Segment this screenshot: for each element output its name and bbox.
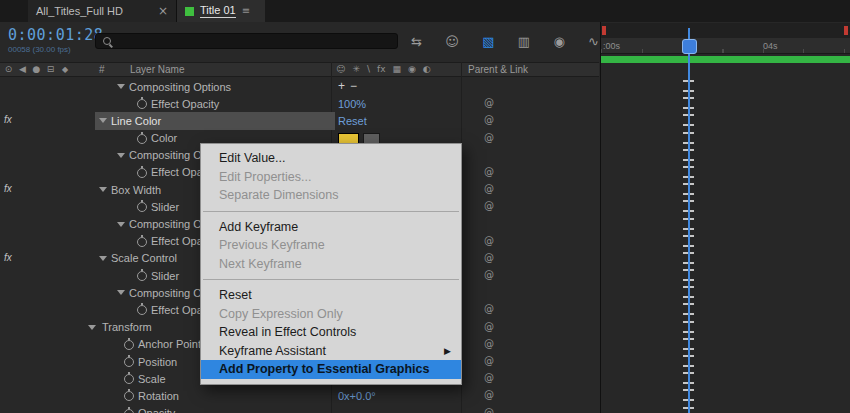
current-time-indicator-handle[interactable]: [682, 39, 697, 54]
audio-icon: ◀: [17, 64, 28, 74]
pickwhip-icon[interactable]: @: [484, 98, 494, 108]
menu-item-add-property-to-essential-graphics[interactable]: Add Property to Essential Graphics: [201, 360, 461, 379]
menu-item-edit-value[interactable]: Edit Value...: [201, 149, 461, 168]
pickwhip-icon[interactable]: @: [484, 133, 494, 143]
menu-item-copy-expression-only[interactable]: Copy Expression Only: [201, 305, 461, 324]
close-icon[interactable]: ×: [158, 5, 168, 17]
stopwatch-icon[interactable]: [137, 305, 147, 315]
property-value[interactable]: Reset: [338, 115, 367, 127]
nav-start-marker[interactable]: [602, 26, 606, 35]
pickwhip-icon[interactable]: @: [484, 201, 494, 211]
search-box[interactable]: [95, 33, 398, 49]
pickwhip-icon[interactable]: @: [484, 304, 494, 314]
pickwhip-icon[interactable]: @: [484, 184, 494, 194]
twirl-down-icon[interactable]: [88, 325, 96, 330]
pickwhip-icon[interactable]: @: [484, 236, 494, 246]
timeline-row: [601, 181, 850, 198]
twirl-down-icon[interactable]: [99, 256, 107, 261]
property-label: Opacity: [138, 407, 175, 413]
property-row[interactable]: fx Opacity @: [0, 405, 599, 413]
twirl-down-icon[interactable]: [99, 118, 107, 123]
stopwatch-icon[interactable]: [137, 134, 147, 144]
after-effects-timeline-panel: All_Titles_Full HD × Title 01 ≡ 0:00:01:…: [0, 0, 850, 413]
stopwatch-icon[interactable]: [124, 374, 134, 384]
menu-item-reveal-in-effect-controls[interactable]: Reveal in Effect Controls: [201, 323, 461, 342]
stopwatch-icon[interactable]: [124, 391, 134, 401]
shy-icon[interactable]: ☺: [445, 35, 459, 48]
search-input[interactable]: [117, 35, 381, 48]
stopwatch-icon[interactable]: [137, 99, 147, 109]
current-timecode[interactable]: 0:00:01:28: [8, 26, 103, 44]
add-remove-property-buttons[interactable]: +−: [338, 79, 362, 93]
pickwhip-icon[interactable]: @: [484, 373, 494, 383]
frame-blend-icon[interactable]: ▥: [518, 35, 530, 48]
nav-end-marker[interactable]: [844, 26, 848, 35]
timeline-area[interactable]: :00s 04s: [600, 22, 850, 413]
solo-icon: ●: [31, 64, 42, 74]
property-label: Transform: [102, 321, 152, 333]
pickwhip-icon[interactable]: @: [484, 270, 494, 280]
tab-label: All_Titles_Full HD: [36, 5, 123, 17]
stopwatch-icon[interactable]: [124, 409, 134, 413]
graph-editor-icon[interactable]: ∿: [588, 35, 599, 48]
twirl-down-icon[interactable]: [117, 153, 125, 158]
menu-item-previous-keyframe[interactable]: Previous Keyframe: [201, 236, 461, 255]
stopwatch-icon[interactable]: [137, 271, 147, 281]
property-row[interactable]: fx Compositing Options +− @: [0, 78, 599, 95]
property-row[interactable]: fx Rotation 0x+0.0° @: [0, 387, 599, 404]
fx-badge: fx: [4, 114, 12, 125]
stopwatch-icon[interactable]: [124, 357, 134, 367]
timeline-rows: [601, 78, 850, 413]
timeline-navigator[interactable]: [601, 23, 850, 38]
property-label: Color: [151, 132, 177, 144]
pickwhip-icon[interactable]: @: [484, 167, 494, 177]
menu-item-label: Add Keyframe: [219, 220, 298, 234]
twirl-down-icon[interactable]: [99, 187, 107, 192]
motion-blur-icon[interactable]: ◉: [553, 35, 564, 48]
menu-item-separate-dimensions[interactable]: Separate Dimensions: [201, 186, 461, 205]
menu-separator: [203, 279, 459, 280]
pickwhip-icon[interactable]: @: [484, 356, 494, 366]
menu-item-reset[interactable]: Reset: [201, 286, 461, 305]
switch-column-icons: ☺✳\fx▦◉◐: [336, 64, 431, 74]
tab-all-titles-full-hd[interactable]: All_Titles_Full HD ×: [28, 0, 177, 22]
draft-3d-icon[interactable]: ▧: [482, 35, 494, 48]
pickwhip-icon[interactable]: @: [484, 253, 494, 263]
timeline-row: [601, 319, 850, 336]
playhead-line[interactable]: [688, 28, 690, 413]
tab-title-01[interactable]: Title 01 ≡: [177, 0, 265, 22]
video-eye-icon: ⊙: [3, 64, 14, 74]
property-row[interactable]: fx Effect Opacity 100% @: [0, 95, 599, 112]
stopwatch-icon[interactable]: [137, 237, 147, 247]
mini-flowchart-icon[interactable]: ⇆: [411, 35, 422, 48]
pickwhip-icon[interactable]: @: [484, 408, 494, 413]
menu-item-edit-properties[interactable]: Edit Properties...: [201, 168, 461, 187]
menu-item-add-keyframe[interactable]: Add Keyframe: [201, 218, 461, 237]
twirl-down-icon[interactable]: [117, 222, 125, 227]
stopwatch-icon[interactable]: [137, 168, 147, 178]
menu-item-label: Separate Dimensions: [219, 188, 339, 202]
property-value[interactable]: 100%: [338, 98, 366, 110]
menu-separator: [203, 211, 459, 212]
property-value[interactable]: 0x+0.0°: [338, 390, 376, 402]
twirl-down-icon[interactable]: [117, 84, 125, 89]
ruler-tick-marks: [601, 49, 850, 53]
property-label: Scale Control: [111, 252, 177, 264]
menu-item-keyframe-assistant[interactable]: Keyframe Assistant▶: [201, 342, 461, 361]
panel-menu-icon[interactable]: ≡: [242, 6, 250, 16]
stopwatch-icon[interactable]: [137, 202, 147, 212]
pickwhip-icon[interactable]: @: [484, 322, 494, 332]
menu-item-next-keyframe[interactable]: Next Keyframe: [201, 255, 461, 274]
minus-icon[interactable]: −: [350, 79, 357, 93]
plus-icon[interactable]: +: [338, 79, 345, 93]
timeline-row: [601, 387, 850, 404]
pickwhip-icon[interactable]: @: [484, 390, 494, 400]
layer-duration-bar[interactable]: [601, 56, 850, 63]
pickwhip-icon[interactable]: @: [484, 339, 494, 349]
property-row[interactable]: fx Line Color Reset @: [0, 112, 599, 129]
twirl-down-icon[interactable]: [117, 290, 125, 295]
pickwhip-icon[interactable]: @: [484, 115, 494, 125]
stopwatch-icon[interactable]: [124, 340, 134, 350]
fx-badge: fx: [4, 252, 12, 263]
time-ruler[interactable]: :00s 04s: [601, 38, 850, 54]
